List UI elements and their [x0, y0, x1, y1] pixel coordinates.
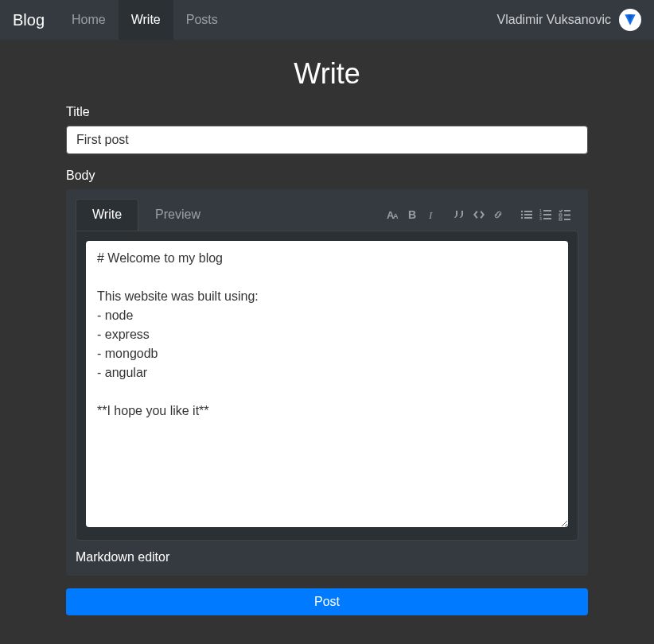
link-icon[interactable] — [491, 208, 505, 222]
numbered-list-icon[interactable]: 123 — [539, 208, 553, 222]
editor-toolbar: AA B I — [375, 208, 578, 222]
editor-wrapper: Write Preview AA B I — [66, 189, 588, 576]
nav-link-write[interactable]: Write — [119, 0, 173, 40]
page-title: Write — [66, 57, 588, 91]
svg-point-6 — [521, 211, 523, 212]
toolbar-group-insert — [453, 208, 505, 222]
svg-text:3: 3 — [539, 216, 542, 221]
heading-icon[interactable]: AA — [386, 208, 400, 222]
username-label[interactable]: Vladimir Vuksanovic — [497, 13, 611, 27]
quote-icon[interactable] — [453, 208, 467, 222]
brand-logo[interactable]: Blog — [13, 11, 45, 29]
toolbar-group-list: 123 — [520, 208, 572, 222]
svg-text:I: I — [428, 209, 433, 221]
svg-rect-7 — [524, 211, 532, 212]
svg-text:B: B — [408, 208, 416, 221]
title-input[interactable] — [66, 126, 588, 154]
svg-rect-15 — [543, 214, 551, 215]
toolbar-group-text: AA B I — [386, 208, 438, 222]
svg-rect-9 — [524, 214, 532, 215]
nav-right: Vladimir Vuksanovic — [497, 9, 641, 31]
bold-icon[interactable]: B — [405, 208, 419, 222]
svg-point-10 — [521, 217, 523, 219]
bullet-list-icon[interactable] — [520, 208, 534, 222]
post-button[interactable]: Post — [66, 588, 588, 615]
body-label: Body — [66, 169, 588, 183]
avatar-icon — [622, 12, 638, 28]
svg-rect-13 — [543, 210, 551, 211]
avatar[interactable] — [619, 9, 641, 31]
svg-point-8 — [521, 214, 523, 215]
tab-write[interactable]: Write — [76, 199, 138, 231]
title-label: Title — [66, 105, 588, 119]
svg-rect-19 — [559, 214, 562, 216]
svg-rect-22 — [564, 219, 570, 220]
nav-link-posts[interactable]: Posts — [173, 0, 231, 40]
body-textarea[interactable] — [86, 241, 568, 527]
svg-rect-21 — [559, 218, 562, 220]
svg-rect-17 — [543, 218, 551, 219]
svg-rect-18 — [564, 210, 570, 211]
code-icon[interactable] — [472, 208, 486, 222]
tab-preview[interactable]: Preview — [138, 199, 217, 231]
svg-rect-11 — [524, 217, 532, 219]
editor-tabs-row: Write Preview AA B I — [76, 199, 578, 231]
italic-icon[interactable]: I — [424, 208, 438, 222]
navbar: Blog Home Write Posts Vladimir Vuksanovi… — [0, 0, 654, 40]
main-container: Write Title Body Write Preview AA B I — [56, 57, 598, 615]
editor-footer: Markdown editor — [76, 541, 578, 566]
editor-tabs: Write Preview — [76, 199, 217, 231]
textarea-wrap — [76, 231, 578, 541]
nav-link-home[interactable]: Home — [59, 0, 119, 40]
svg-rect-20 — [564, 215, 570, 216]
svg-text:A: A — [393, 212, 399, 220]
task-list-icon[interactable] — [558, 208, 572, 222]
nav-links: Home Write Posts — [59, 0, 231, 40]
